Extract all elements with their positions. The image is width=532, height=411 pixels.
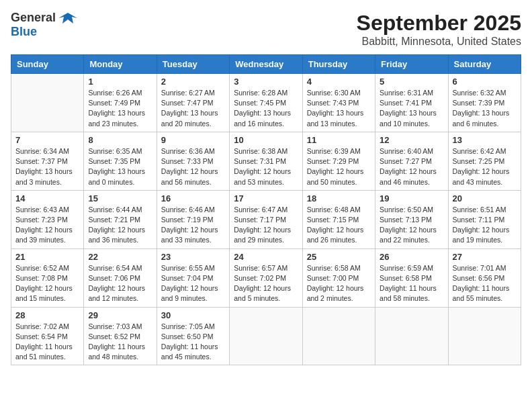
day-info: Sunrise: 6:44 AM Sunset: 7:21 PM Dayligh… xyxy=(88,205,152,246)
calendar-week-3: 14Sunrise: 6:43 AM Sunset: 7:23 PM Dayli… xyxy=(11,190,521,248)
day-info: Sunrise: 6:36 AM Sunset: 7:33 PM Dayligh… xyxy=(161,146,225,187)
calendar-cell: 23Sunrise: 6:55 AM Sunset: 7:04 PM Dayli… xyxy=(157,248,229,307)
calendar-header-row: SundayMondayTuesdayWednesdayThursdayFrid… xyxy=(11,55,521,74)
day-info: Sunrise: 6:57 AM Sunset: 7:02 PM Dayligh… xyxy=(234,263,298,304)
day-number: 15 xyxy=(88,193,152,203)
calendar-cell: 5Sunrise: 6:31 AM Sunset: 7:41 PM Daylig… xyxy=(375,74,448,132)
calendar-week-1: 1Sunrise: 6:26 AM Sunset: 7:49 PM Daylig… xyxy=(11,74,521,132)
calendar-cell: 25Sunrise: 6:58 AM Sunset: 7:00 PM Dayli… xyxy=(302,248,375,307)
day-info: Sunrise: 6:30 AM Sunset: 7:43 PM Dayligh… xyxy=(307,88,371,129)
day-number: 23 xyxy=(161,252,225,262)
day-info: Sunrise: 6:58 AM Sunset: 7:00 PM Dayligh… xyxy=(307,263,371,304)
day-number: 8 xyxy=(88,135,152,145)
calendar-cell xyxy=(230,307,302,365)
day-info: Sunrise: 6:51 AM Sunset: 7:11 PM Dayligh… xyxy=(453,205,517,246)
day-number: 26 xyxy=(380,252,443,262)
day-number: 29 xyxy=(88,310,152,320)
day-number: 25 xyxy=(307,252,371,262)
day-number: 22 xyxy=(88,252,152,262)
col-header-monday: Monday xyxy=(84,55,157,74)
calendar-title: September 2025 xyxy=(357,11,521,36)
day-number: 6 xyxy=(453,77,517,87)
day-info: Sunrise: 6:46 AM Sunset: 7:19 PM Dayligh… xyxy=(161,205,225,246)
calendar-cell: 22Sunrise: 6:54 AM Sunset: 7:06 PM Dayli… xyxy=(84,248,157,307)
calendar-cell: 12Sunrise: 6:40 AM Sunset: 7:27 PM Dayli… xyxy=(375,132,448,190)
day-number: 13 xyxy=(453,135,517,145)
day-info: Sunrise: 7:03 AM Sunset: 6:52 PM Dayligh… xyxy=(88,322,152,363)
day-info: Sunrise: 6:52 AM Sunset: 7:08 PM Dayligh… xyxy=(15,263,79,304)
day-number: 4 xyxy=(307,77,371,87)
day-number: 1 xyxy=(88,77,152,87)
day-info: Sunrise: 6:27 AM Sunset: 7:47 PM Dayligh… xyxy=(161,88,225,129)
calendar-cell: 28Sunrise: 7:02 AM Sunset: 6:54 PM Dayli… xyxy=(11,307,84,365)
calendar-cell: 27Sunrise: 7:01 AM Sunset: 6:56 PM Dayli… xyxy=(448,248,521,307)
day-info: Sunrise: 6:59 AM Sunset: 6:58 PM Dayligh… xyxy=(380,263,443,304)
day-number: 20 xyxy=(453,193,517,203)
calendar-cell: 29Sunrise: 7:03 AM Sunset: 6:52 PM Dayli… xyxy=(84,307,157,365)
day-info: Sunrise: 7:02 AM Sunset: 6:54 PM Dayligh… xyxy=(15,322,79,363)
logo: General Blue xyxy=(11,11,77,39)
calendar-cell: 2Sunrise: 6:27 AM Sunset: 7:47 PM Daylig… xyxy=(157,74,229,132)
day-info: Sunrise: 6:26 AM Sunset: 7:49 PM Dayligh… xyxy=(88,88,152,129)
day-info: Sunrise: 6:38 AM Sunset: 7:31 PM Dayligh… xyxy=(234,146,298,187)
page-header: General Blue September 2025 Babbitt, Min… xyxy=(11,11,521,48)
calendar-cell: 3Sunrise: 6:28 AM Sunset: 7:45 PM Daylig… xyxy=(230,74,302,132)
calendar-cell: 16Sunrise: 6:46 AM Sunset: 7:19 PM Dayli… xyxy=(157,190,229,248)
logo-general-text: General xyxy=(11,11,56,25)
day-info: Sunrise: 6:48 AM Sunset: 7:15 PM Dayligh… xyxy=(307,205,371,246)
day-info: Sunrise: 6:50 AM Sunset: 7:13 PM Dayligh… xyxy=(380,205,443,246)
calendar-cell: 4Sunrise: 6:30 AM Sunset: 7:43 PM Daylig… xyxy=(302,74,375,132)
calendar-table: SundayMondayTuesdayWednesdayThursdayFrid… xyxy=(11,54,521,365)
day-number: 5 xyxy=(380,77,443,87)
title-block: September 2025 Babbitt, Minnesota, Unite… xyxy=(357,11,521,48)
calendar-cell xyxy=(302,307,375,365)
day-info: Sunrise: 6:42 AM Sunset: 7:25 PM Dayligh… xyxy=(453,146,517,187)
calendar-week-2: 7Sunrise: 6:34 AM Sunset: 7:37 PM Daylig… xyxy=(11,132,521,190)
calendar-cell: 11Sunrise: 6:39 AM Sunset: 7:29 PM Dayli… xyxy=(302,132,375,190)
day-number: 7 xyxy=(15,135,79,145)
day-info: Sunrise: 6:40 AM Sunset: 7:27 PM Dayligh… xyxy=(380,146,443,187)
day-info: Sunrise: 6:28 AM Sunset: 7:45 PM Dayligh… xyxy=(234,88,298,129)
calendar-cell: 19Sunrise: 6:50 AM Sunset: 7:13 PM Dayli… xyxy=(375,190,448,248)
day-number: 16 xyxy=(161,193,225,203)
day-number: 18 xyxy=(307,193,371,203)
day-info: Sunrise: 6:55 AM Sunset: 7:04 PM Dayligh… xyxy=(161,263,225,304)
calendar-cell xyxy=(448,307,521,365)
day-info: Sunrise: 7:05 AM Sunset: 6:50 PM Dayligh… xyxy=(161,322,225,363)
calendar-cell: 24Sunrise: 6:57 AM Sunset: 7:02 PM Dayli… xyxy=(230,248,302,307)
day-number: 10 xyxy=(234,135,298,145)
day-number: 21 xyxy=(15,252,79,262)
logo-blue-text: Blue xyxy=(11,25,37,38)
calendar-cell xyxy=(375,307,448,365)
calendar-cell: 9Sunrise: 6:36 AM Sunset: 7:33 PM Daylig… xyxy=(157,132,229,190)
day-number: 12 xyxy=(380,135,443,145)
day-number: 30 xyxy=(161,310,225,320)
day-number: 17 xyxy=(234,193,298,203)
col-header-friday: Friday xyxy=(375,55,448,74)
day-number: 9 xyxy=(161,135,225,145)
logo-bird-icon xyxy=(58,11,77,25)
day-info: Sunrise: 7:01 AM Sunset: 6:56 PM Dayligh… xyxy=(453,263,517,304)
col-header-wednesday: Wednesday xyxy=(230,55,302,74)
svg-marker-0 xyxy=(58,13,77,24)
day-number: 3 xyxy=(234,77,298,87)
calendar-cell: 18Sunrise: 6:48 AM Sunset: 7:15 PM Dayli… xyxy=(302,190,375,248)
day-number: 14 xyxy=(15,193,79,203)
col-header-thursday: Thursday xyxy=(302,55,375,74)
calendar-cell: 30Sunrise: 7:05 AM Sunset: 6:50 PM Dayli… xyxy=(157,307,229,365)
day-info: Sunrise: 6:54 AM Sunset: 7:06 PM Dayligh… xyxy=(88,263,152,304)
calendar-cell: 17Sunrise: 6:47 AM Sunset: 7:17 PM Dayli… xyxy=(230,190,302,248)
calendar-week-5: 28Sunrise: 7:02 AM Sunset: 6:54 PM Dayli… xyxy=(11,307,521,365)
calendar-cell: 7Sunrise: 6:34 AM Sunset: 7:37 PM Daylig… xyxy=(11,132,84,190)
day-info: Sunrise: 6:39 AM Sunset: 7:29 PM Dayligh… xyxy=(307,146,371,187)
calendar-cell: 13Sunrise: 6:42 AM Sunset: 7:25 PM Dayli… xyxy=(448,132,521,190)
day-number: 24 xyxy=(234,252,298,262)
day-info: Sunrise: 6:34 AM Sunset: 7:37 PM Dayligh… xyxy=(15,146,79,187)
col-header-saturday: Saturday xyxy=(448,55,521,74)
calendar-cell: 20Sunrise: 6:51 AM Sunset: 7:11 PM Dayli… xyxy=(448,190,521,248)
day-number: 27 xyxy=(453,252,517,262)
calendar-subtitle: Babbitt, Minnesota, United States xyxy=(357,36,521,48)
col-header-tuesday: Tuesday xyxy=(157,55,229,74)
calendar-cell: 21Sunrise: 6:52 AM Sunset: 7:08 PM Dayli… xyxy=(11,248,84,307)
calendar-cell: 26Sunrise: 6:59 AM Sunset: 6:58 PM Dayli… xyxy=(375,248,448,307)
